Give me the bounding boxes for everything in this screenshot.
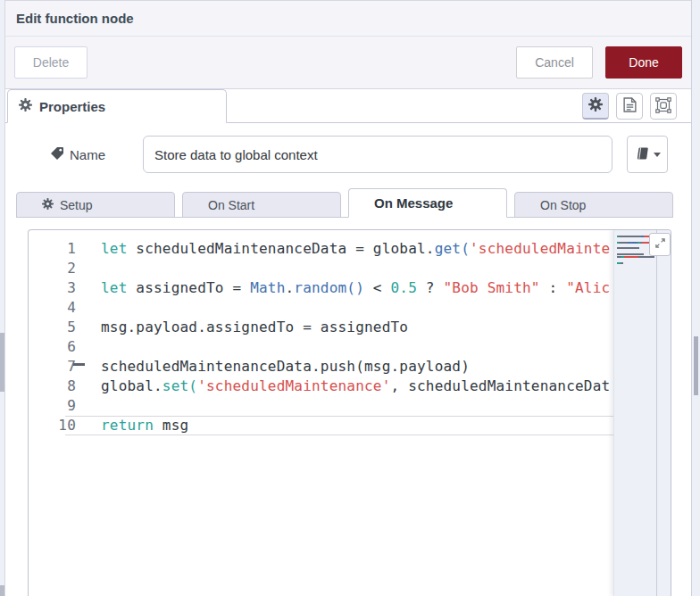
gear-icon — [588, 97, 603, 114]
outer-right-scrollbar[interactable] — [691, 0, 700, 596]
code-line: 5msg.payload.assignedTo = assignedTo — [29, 318, 613, 337]
document-icon — [623, 97, 637, 115]
gear-icon — [19, 98, 32, 114]
done-button[interactable]: Done — [605, 46, 682, 79]
tab-properties[interactable]: Properties — [7, 89, 227, 123]
fit-selection-icon — [655, 97, 671, 116]
tab-on-message[interactable]: On Message — [348, 188, 507, 218]
code-text: scheduledMaintenanceData.push(msg.payloa… — [90, 357, 470, 377]
code-line: 7scheduledMaintenanceData.push(msg.paylo… — [29, 357, 613, 377]
code-line: 8global.set('scheduledMaintenance', sche… — [29, 377, 613, 396]
code-text: global.set('scheduledMaintenance', sched… — [90, 377, 610, 396]
line-number: 6 — [29, 337, 90, 357]
code-text — [90, 259, 101, 278]
line-number: 5 — [29, 318, 90, 337]
name-label-text: Name — [70, 147, 105, 162]
editor-scrollbar-thumb[interactable] — [73, 363, 85, 366]
chevron-down-icon — [654, 153, 661, 157]
tag-icon — [50, 146, 64, 163]
code-text — [90, 396, 101, 416]
tab-on-stop[interactable]: On Stop — [514, 192, 673, 218]
tab-setup-label: Setup — [60, 198, 93, 212]
code-text: let assignedTo = Math.random() < 0.5 ? "… — [90, 278, 610, 298]
documentation-button[interactable] — [616, 93, 643, 120]
code-text: msg.payload.assignedTo = assignedTo — [90, 318, 408, 337]
name-input[interactable] — [143, 136, 612, 173]
minimap-zone — [613, 230, 671, 596]
expand-icon — [654, 237, 666, 252]
function-tabs: Setup On Start On Message On Stop — [16, 190, 673, 218]
expand-editor-button[interactable] — [649, 233, 671, 256]
dialog-button-row: Delete Cancel Done — [5, 37, 691, 89]
code-line: 10return msg — [29, 416, 613, 435]
code-lines[interactable]: 1let scheduledMaintenanceData = global.g… — [29, 230, 613, 596]
code-line: 6 — [29, 337, 613, 357]
name-label: Name — [50, 135, 105, 174]
editor-toolbar-icons — [582, 93, 677, 120]
line-number: 2 — [29, 259, 90, 278]
dialog-title: Edit function node — [16, 11, 134, 26]
code-text — [90, 298, 101, 318]
code-text: let scheduledMaintenanceData = global.ge… — [90, 239, 610, 259]
line-number: 9 — [29, 396, 90, 416]
tab-on-stop-label: On Stop — [540, 198, 586, 212]
code-line: 3let assignedTo = Math.random() < 0.5 ? … — [29, 278, 613, 298]
left-scrollbar-thumb-bottom[interactable] — [0, 585, 4, 596]
code-line: 4 — [29, 298, 613, 318]
code-line: 9 — [29, 396, 613, 416]
editor-scrollbar[interactable] — [656, 230, 671, 596]
tab-setup[interactable]: Setup — [16, 192, 175, 218]
tab-on-start[interactable]: On Start — [182, 192, 341, 218]
edit-function-node-dialog: Edit function node Delete Cancel Done — [5, 0, 691, 596]
line-number: 4 — [29, 298, 90, 318]
line-number: 8 — [29, 377, 90, 396]
code-text — [90, 337, 101, 357]
library-button[interactable] — [627, 136, 668, 173]
settings-gear-button[interactable] — [582, 93, 609, 120]
code-line: 2 — [29, 259, 613, 278]
tab-on-start-label: On Start — [208, 198, 254, 212]
line-number: 1 — [29, 239, 90, 259]
tab-on-message-label: On Message — [374, 195, 453, 211]
gear-icon — [42, 198, 54, 212]
left-scrollbar-thumb[interactable] — [0, 333, 4, 392]
fit-to-selection-button[interactable] — [650, 93, 677, 120]
line-number: 3 — [29, 278, 90, 298]
delete-button[interactable]: Delete — [14, 46, 88, 79]
code-line: 1let scheduledMaintenanceData = global.g… — [29, 239, 613, 259]
cancel-button[interactable]: Cancel — [516, 46, 593, 79]
code-text: return msg — [90, 416, 188, 435]
book-icon — [634, 146, 649, 163]
name-row: Name — [5, 135, 691, 174]
dialog-header: Edit function node — [5, 1, 691, 37]
editor-tabbar: Properties — [5, 89, 691, 123]
line-number: 10 — [29, 416, 90, 435]
code-editor[interactable]: 1let scheduledMaintenanceData = global.g… — [28, 229, 671, 596]
right-scrollbar-thumb[interactable] — [694, 336, 698, 395]
outer-left-scrollbar[interactable] — [0, 0, 5, 596]
tab-properties-label: Properties — [39, 99, 105, 114]
line-number: 7 — [29, 357, 90, 377]
